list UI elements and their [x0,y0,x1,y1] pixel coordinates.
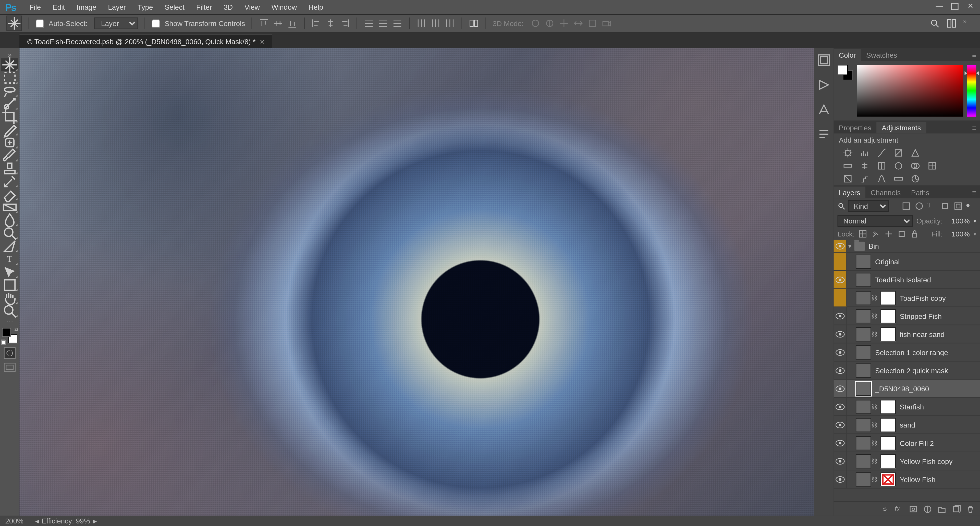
layer-filter-kind[interactable]: Kind [848,200,889,212]
tab-paths[interactable]: Paths [906,187,935,199]
layers-panel-menu-icon[interactable]: ≡ [968,187,980,199]
filter-adjust-icon[interactable] [914,201,924,211]
threshold-icon[interactable] [877,174,888,184]
layer-row[interactable]: ⛓sand [834,416,980,434]
mask-thumbnail[interactable] [880,399,896,414]
active-tool-indicator[interactable] [6,16,22,31]
mask-thumbnail[interactable] [880,291,896,305]
layer-group-bin[interactable]: ▾ Bin [834,240,980,253]
tab-color[interactable]: Color [834,49,861,61]
3d-roll-icon[interactable] [544,18,555,29]
layer-row[interactable]: ⛓Yellow Fish [834,470,980,488]
layer-row[interactable]: ⛓ToadFish copy [834,289,980,307]
lock-all-icon[interactable] [910,229,920,238]
layer-thumbnail[interactable] [856,327,871,341]
lock-image-icon[interactable] [872,229,881,238]
layer-row[interactable]: ⛓Color Fill 2 [834,434,980,452]
layer-thumbnail[interactable] [856,381,871,396]
visibility-toggle[interactable] [834,271,846,289]
layer-thumbnail[interactable] [856,309,871,323]
zoom-level[interactable]: 200% [5,517,23,525]
color-panel-menu-icon[interactable]: ≡ [968,49,980,61]
posterize-icon[interactable] [859,174,871,184]
levels-icon[interactable] [859,148,871,158]
delete-layer-icon[interactable] [966,504,975,513]
history-panel-icon[interactable] [817,53,831,65]
visibility-toggle[interactable] [834,416,846,434]
window-maximize-icon[interactable] [950,2,959,13]
layer-thumbnail[interactable] [856,345,871,359]
align-top-icon[interactable] [259,18,269,29]
mask-link-icon[interactable]: ⛓ [871,476,878,482]
vibrance-icon[interactable] [910,148,922,158]
layer-row[interactable]: ToadFish Isolated [834,271,980,289]
photo-filter-icon[interactable] [893,161,905,171]
blend-mode-select[interactable]: Normal [838,215,913,227]
color-balance-icon[interactable] [859,161,871,171]
edit-toolbar[interactable]: ⋯ [1,318,18,324]
layer-name[interactable]: fish near sand [900,330,978,338]
lock-transparency-icon[interactable] [859,229,868,238]
3d-slide-icon[interactable] [573,18,584,29]
screen-mode-toggle[interactable] [4,363,16,372]
workspace-switcher-icon[interactable] [946,18,957,29]
layer-row[interactable]: Selection 1 color range [834,343,980,361]
status-arrows[interactable]: ◀Efficiency: 99%▶ [35,517,97,525]
layer-name[interactable]: ToadFish copy [900,294,978,302]
mask-thumbnail[interactable] [880,327,896,341]
align-vcenter-icon[interactable] [273,18,283,29]
lock-artboard-icon[interactable] [897,229,907,238]
invert-icon[interactable] [843,174,854,184]
opacity-dropdown-icon[interactable]: ▾ [974,218,976,224]
hue-sat-icon[interactable] [843,161,854,171]
mask-thumbnail[interactable] [880,309,896,323]
layer-name[interactable]: Original [875,257,977,265]
filter-pixel-icon[interactable] [901,201,912,211]
fill-dropdown-icon[interactable]: ▾ [974,231,976,237]
adjustment-layer-icon[interactable] [923,504,932,513]
channel-mixer-icon[interactable] [910,161,922,171]
character-panel-icon[interactable] [817,102,831,114]
layer-row[interactable]: ⛓fish near sand [834,325,980,343]
tab-properties[interactable]: Properties [834,122,877,133]
mask-thumbnail[interactable] [880,418,896,432]
3d-pan-icon[interactable] [558,18,569,29]
layer-name[interactable]: ToadFish Isolated [875,276,977,283]
pen-tool[interactable] [1,240,18,253]
layer-name[interactable]: Bin [869,242,978,250]
actions-panel-icon[interactable] [817,78,831,89]
layer-name[interactable]: Selection 2 quick mask [875,366,977,374]
tab-layers[interactable]: Layers [834,187,865,199]
auto-select-checkbox[interactable]: Auto-Select: [36,19,88,27]
layer-name[interactable]: Yellow Fish copy [900,457,978,465]
layer-thumbnail[interactable] [856,399,871,414]
window-minimize-icon[interactable]: — [935,2,944,13]
menu-select[interactable]: Select [159,0,190,14]
group-fold-icon[interactable]: ▾ [846,243,853,249]
align-hcenter-icon[interactable] [325,18,336,29]
menu-view[interactable]: View [239,0,266,14]
mask-link-icon[interactable]: ⛓ [871,440,878,446]
menu-layer[interactable]: Layer [102,0,132,14]
mask-link-icon[interactable]: ⛓ [871,294,878,301]
window-close-icon[interactable]: ✕ [966,2,975,13]
auto-select-target[interactable]: Layer [94,17,138,29]
color-panel-fg[interactable] [838,65,848,75]
filter-type-icon[interactable]: T [927,201,937,211]
layer-thumbnail[interactable] [856,363,871,378]
layer-name[interactable]: Stripped Fish [900,312,978,319]
3d-orbit-icon[interactable] [530,18,541,29]
layer-list[interactable]: ▾ Bin OriginalToadFish Isolated⛓ToadFish… [834,240,980,502]
tab-channels[interactable]: Channels [865,187,906,199]
tab-adjustments[interactable]: Adjustments [877,122,926,133]
menu-file[interactable]: File [24,0,47,14]
layer-name[interactable]: Yellow Fish [900,475,978,483]
align-left-icon[interactable] [311,18,321,29]
curves-icon[interactable] [877,148,888,158]
visibility-toggle[interactable] [834,307,846,325]
layer-row[interactable]: ⛓Yellow Fish copy [834,452,980,470]
layer-name[interactable]: Selection 1 color range [875,348,977,356]
canvas[interactable] [19,48,814,516]
distribute-bottom-icon[interactable] [392,18,403,29]
color-swatches[interactable]: ⇄ [2,328,18,343]
